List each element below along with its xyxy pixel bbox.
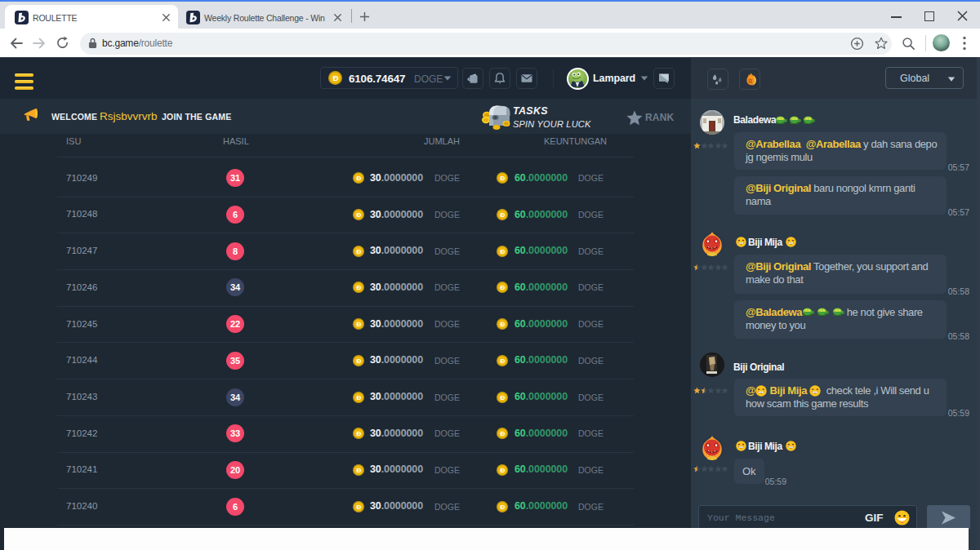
svg-text:Ð: Ð [500, 175, 505, 182]
svg-text:Ð: Ð [356, 248, 361, 255]
svg-text:Ð: Ð [356, 284, 361, 291]
svg-text:Ð: Ð [500, 357, 505, 365]
svg-text:Ð: Ð [500, 211, 505, 219]
svg-text:Ð: Ð [500, 503, 505, 511]
svg-text:Ð: Ð [356, 430, 361, 437]
svg-text:Ð: Ð [500, 321, 505, 328]
svg-text:B: B [748, 78, 752, 84]
svg-text:Ð: Ð [500, 248, 505, 255]
svg-text:Ð: Ð [332, 73, 338, 82]
svg-text:Ð: Ð [356, 357, 361, 365]
svg-text:Ð: Ð [500, 394, 505, 401]
svg-text:Ð: Ð [356, 211, 361, 219]
svg-text:Ð: Ð [500, 430, 505, 437]
svg-text:Ð: Ð [356, 175, 361, 182]
svg-text:Ð: Ð [356, 321, 361, 328]
svg-text:Ð: Ð [356, 503, 361, 511]
svg-text:Ð: Ð [500, 284, 505, 291]
svg-text:Ð: Ð [500, 467, 505, 474]
svg-text:Ð: Ð [356, 467, 361, 474]
svg-text:Ð: Ð [356, 394, 361, 401]
